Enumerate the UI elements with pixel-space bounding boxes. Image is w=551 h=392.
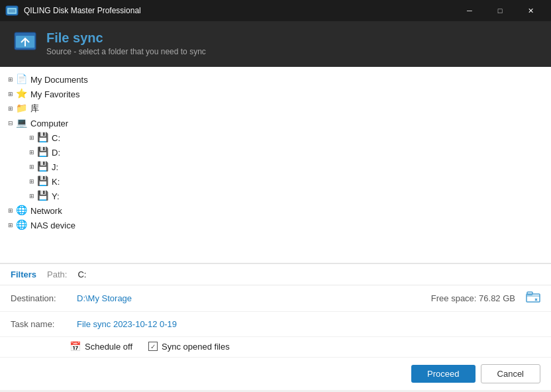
expander-drive-y[interactable] — [26, 191, 37, 201]
tree-label-drive-j: J: — [52, 162, 58, 172]
expander-ku[interactable] — [5, 103, 16, 114]
drive-y-icon: 💾 — [37, 190, 49, 202]
browse-icon[interactable] — [526, 291, 540, 306]
header-text: File sync Source - select a folder that … — [46, 30, 206, 56]
path-label: Path: — [47, 270, 67, 279]
tree-label-drive-y: Y: — [52, 191, 60, 201]
maximize-button[interactable]: □ — [485, 0, 515, 21]
ku-icon: 📁 — [16, 103, 28, 115]
my-favorites-icon: ⭐ — [16, 88, 28, 100]
tree-item-ku[interactable]: 📁 库 — [0, 101, 551, 116]
tree-label-ku: 库 — [30, 103, 39, 115]
minimize-button[interactable]: ─ — [454, 0, 485, 21]
tree-label-nas-device: NAS device — [30, 220, 75, 230]
options-row: 📅 Schedule off ✓ Sync opened files — [0, 337, 551, 358]
svg-rect-6 — [527, 292, 532, 295]
tree-label-drive-k: K: — [52, 177, 60, 187]
app-title: QILING Disk Master Professional — [24, 6, 454, 15]
expander-my-favorites[interactable] — [5, 89, 16, 99]
my-documents-icon: 📄 — [16, 74, 28, 85]
schedule-label: Schedule off — [85, 342, 132, 352]
tree-item-my-favorites[interactable]: ⭐ My Favorites — [0, 87, 551, 101]
task-name-label: Task name: — [11, 319, 77, 329]
calendar-icon: 📅 — [70, 341, 81, 352]
free-space-text: Free space: 76.82 GB — [431, 293, 515, 303]
destination-label: Destination: — [11, 293, 77, 303]
tree-item-computer[interactable]: 💻 Computer — [0, 116, 551, 130]
drive-d-icon: 💾 — [37, 146, 49, 158]
tree-item-network[interactable]: 🌐 Network — [0, 203, 551, 218]
drive-j-icon: 💾 — [37, 161, 49, 173]
filters-bar: Filters Path: C: — [0, 264, 551, 285]
drive-k-icon: 💾 — [37, 175, 49, 187]
tree-label-drive-c: C: — [52, 133, 60, 143]
tree-item-nas-device[interactable]: 🌐 NAS device — [0, 218, 551, 232]
sync-opened-files-checkbox[interactable]: ✓ — [148, 342, 158, 351]
tree-label-my-documents: My Documents — [30, 75, 88, 85]
sync-opened-files-label: Sync opened files — [162, 342, 230, 352]
window-controls: ─ □ ✕ — [454, 0, 546, 21]
schedule-option[interactable]: 📅 Schedule off — [70, 341, 132, 352]
filters-label[interactable]: Filters — [11, 270, 36, 279]
file-sync-icon — [13, 29, 37, 58]
task-name-value: File sync 2023-10-12 0-19 — [77, 319, 177, 329]
nas-device-icon: 🌐 — [16, 219, 28, 231]
tree-label-computer: Computer — [30, 119, 68, 128]
tree-label-drive-d: D: — [52, 148, 60, 158]
svg-rect-5 — [526, 294, 540, 302]
page-title: File sync — [46, 30, 206, 46]
expander-drive-j[interactable] — [26, 162, 37, 172]
tree-label-network: Network — [30, 206, 62, 216]
network-icon: 🌐 — [16, 205, 28, 217]
path-value: C: — [77, 270, 86, 279]
destination-row: Destination: D:\My Storage Free space: 7… — [0, 285, 551, 312]
page-subtitle: Source - select a folder that you need t… — [46, 47, 206, 56]
svg-rect-2 — [9, 9, 15, 13]
cancel-button[interactable]: Cancel — [481, 364, 540, 383]
tree-item-drive-k[interactable]: 💾 K: — [0, 174, 551, 189]
tree-item-drive-y[interactable]: 💾 Y: — [0, 189, 551, 203]
expander-drive-d[interactable] — [26, 147, 37, 158]
header: File sync Source - select a folder that … — [0, 21, 551, 67]
folder-tree[interactable]: 📄 My Documents ⭐ My Favorites 📁 库 💻 Comp… — [0, 67, 551, 264]
tree-item-drive-d[interactable]: 💾 D: — [0, 145, 551, 160]
tree-item-my-documents[interactable]: 📄 My Documents — [0, 72, 551, 87]
tree-item-drive-j[interactable]: 💾 J: — [0, 160, 551, 174]
computer-icon: 💻 — [16, 117, 28, 129]
expander-network[interactable] — [5, 205, 16, 216]
app-icon — [5, 4, 19, 17]
task-name-row: Task name: File sync 2023-10-12 0-19 — [0, 312, 551, 337]
destination-right: Free space: 76.82 GB — [431, 291, 540, 306]
expander-drive-k[interactable] — [26, 176, 37, 187]
drive-c-icon: 💾 — [37, 132, 49, 144]
tree-item-drive-c[interactable]: 💾 C: — [0, 130, 551, 145]
title-bar: QILING Disk Master Professional ─ □ ✕ — [0, 0, 551, 21]
main-content: 📄 My Documents ⭐ My Favorites 📁 库 💻 Comp… — [0, 67, 551, 390]
tree-label-my-favorites: My Favorites — [30, 89, 79, 99]
bottom-panel: Filters Path: C: Destination: D:\My Stor… — [0, 264, 551, 390]
close-button[interactable]: ✕ — [515, 0, 546, 21]
expander-my-documents[interactable] — [5, 74, 16, 85]
expander-computer[interactable] — [5, 118, 16, 128]
expander-drive-c[interactable] — [26, 132, 37, 143]
proceed-button[interactable]: Proceed — [411, 365, 475, 383]
expander-nas-device[interactable] — [5, 220, 16, 230]
destination-value: D:\My Storage — [77, 293, 431, 303]
action-row: Proceed Cancel — [0, 358, 551, 390]
sync-opened-files-option[interactable]: ✓ Sync opened files — [148, 342, 230, 352]
